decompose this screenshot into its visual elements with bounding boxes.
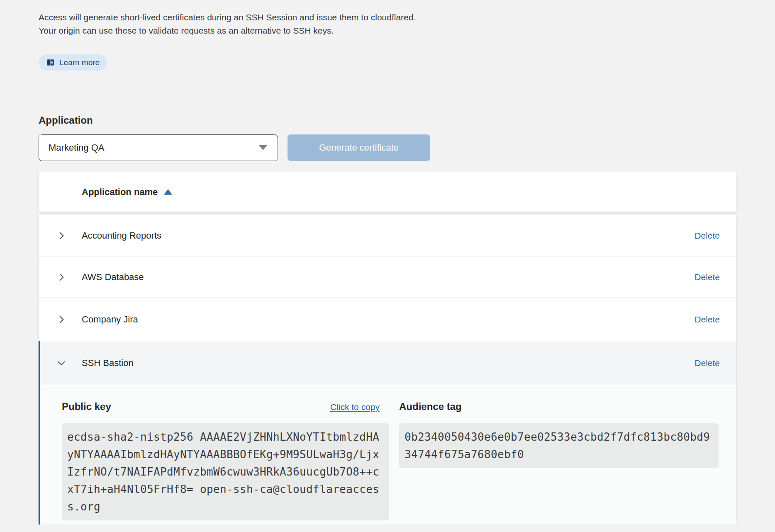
chevron-right-icon[interactable] xyxy=(56,272,67,283)
chevron-down-icon[interactable] xyxy=(56,358,67,368)
learn-more-label: Learn more xyxy=(59,58,100,67)
generate-certificate-button[interactable]: Generate certificate xyxy=(288,134,430,161)
table-header: Application name xyxy=(39,172,736,212)
application-row-name: SSH Bastion xyxy=(82,358,134,368)
public-key-section: Public key Click to copy ecdsa-sha2-nist… xyxy=(62,401,389,520)
application-name-column-header[interactable]: Application name xyxy=(82,187,158,198)
application-select[interactable]: Marketing QA xyxy=(39,134,278,161)
intro-text: Access will generate short-lived certifi… xyxy=(39,11,420,37)
chevron-right-icon[interactable] xyxy=(56,314,67,325)
application-row-name: Accounting Reports xyxy=(82,230,161,241)
application-row-name: Company Jira xyxy=(82,314,138,325)
table-row-expanded: SSH Bastion Delete xyxy=(39,341,736,385)
ssh-certificates-page: Access will generate short-lived certifi… xyxy=(0,0,775,532)
application-select-value: Marketing QA xyxy=(49,142,105,153)
delete-link[interactable]: Delete xyxy=(695,231,720,241)
delete-link[interactable]: Delete xyxy=(695,358,720,368)
application-row-name: AWS Database xyxy=(82,272,144,283)
delete-link[interactable]: Delete xyxy=(695,272,720,282)
table-row: AWS Database Delete xyxy=(39,256,736,298)
learn-more-button[interactable]: Learn more xyxy=(39,54,107,71)
chevron-right-icon[interactable] xyxy=(56,230,67,241)
delete-link[interactable]: Delete xyxy=(695,315,720,325)
application-label: Application xyxy=(39,115,93,126)
table-row: Company Jira Delete xyxy=(39,298,736,341)
public-key-value: ecdsa-sha2-nistp256 AAAAE2VjZHNhLXNoYTIt… xyxy=(62,423,389,520)
audience-tag-label: Audience tag xyxy=(399,401,462,412)
click-to-copy-link[interactable]: Click to copy xyxy=(330,402,380,412)
audience-tag-value: 0b2340050430e6e0b7ee02533e3cbd2f7dfc813b… xyxy=(399,423,719,468)
expanded-row-detail: Public key Click to copy ecdsa-sha2-nist… xyxy=(39,385,736,525)
audience-tag-section: Audience tag 0b2340050430e6e0b7ee02533e3… xyxy=(399,401,719,468)
applications-table: Accounting Reports Delete AWS Database D… xyxy=(39,215,736,521)
caret-down-icon xyxy=(259,145,267,150)
public-key-label: Public key xyxy=(62,401,111,412)
sort-ascending-icon xyxy=(164,189,172,195)
book-icon xyxy=(46,58,55,67)
table-row: Accounting Reports Delete xyxy=(39,215,736,256)
